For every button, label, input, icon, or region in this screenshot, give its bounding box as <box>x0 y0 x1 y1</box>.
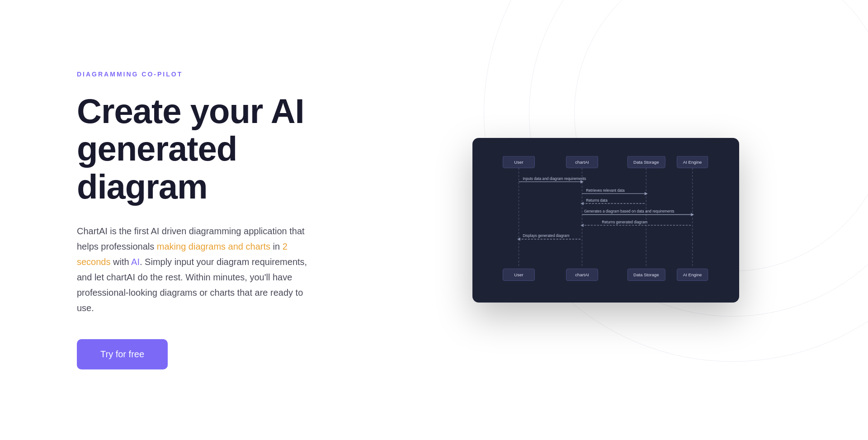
svg-text:Returns data: Returns data <box>586 198 608 202</box>
svg-text:User: User <box>514 272 524 277</box>
svg-text:Returns generated diagram: Returns generated diagram <box>602 219 647 224</box>
headline-line1: Create your AI <box>77 92 304 130</box>
try-for-free-button[interactable]: Try for free <box>77 339 168 369</box>
svg-text:Inputs data and diagram requir: Inputs data and diagram requirements <box>523 176 586 180</box>
diagram-card: User chartAI Data Storage AI Engine <box>472 138 739 303</box>
svg-text:Data Storage: Data Storage <box>633 159 659 164</box>
headline-line2: generated diagram <box>77 129 237 206</box>
highlight-ai: AI <box>131 257 140 267</box>
right-section: User chartAI Data Storage AI Engine <box>420 138 791 303</box>
eyebrow-label: DIAGRAMMING CO-PILOT <box>77 71 375 78</box>
svg-text:AI Engine: AI Engine <box>683 272 702 277</box>
svg-text:Data Storage: Data Storage <box>633 272 659 277</box>
description-text: ChartAI is the first AI driven diagrammi… <box>77 223 312 316</box>
left-section: DIAGRAMMING CO-PILOT Create your AI gene… <box>77 71 375 370</box>
main-headline: Create your AI generated diagram <box>77 92 375 206</box>
svg-text:Displays generated diagram: Displays generated diagram <box>523 233 569 238</box>
svg-text:chartAI: chartAI <box>575 272 589 277</box>
svg-text:Retrieves relevant data: Retrieves relevant data <box>586 188 625 192</box>
svg-text:Generates a diagram based on d: Generates a diagram based on data and re… <box>584 209 675 213</box>
svg-text:AI Engine: AI Engine <box>683 159 702 164</box>
page: DIAGRAMMING CO-PILOT Create your AI gene… <box>0 0 868 440</box>
highlight-making-diagrams: making diagrams and charts <box>157 241 270 251</box>
sequence-diagram: User chartAI Data Storage AI Engine <box>489 156 723 283</box>
content-wrapper: DIAGRAMMING CO-PILOT Create your AI gene… <box>0 71 868 370</box>
svg-text:User: User <box>514 159 524 164</box>
svg-text:chartAI: chartAI <box>575 159 589 164</box>
